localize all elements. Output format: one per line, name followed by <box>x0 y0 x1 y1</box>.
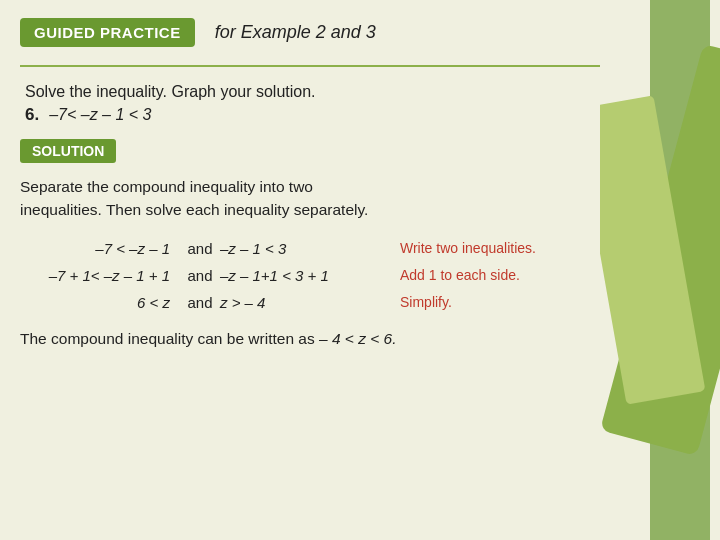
step1-right: –z – 1 < 3 <box>220 240 380 257</box>
step-row-2: –7 + 1< –z – 1 + 1 and –z – 1+1 < 3 + 1 … <box>20 267 600 284</box>
guided-practice-badge: GUIDED PRACTICE <box>20 18 195 47</box>
instruction-text: Solve the inequality. Graph your solutio… <box>25 83 600 101</box>
problem-number: 6. <box>25 105 39 125</box>
step2-comment: Add 1 to each side. <box>400 267 520 283</box>
step3-left: 6 < z <box>20 294 180 311</box>
problem-number-row: 6. –7< –z – 1 < 3 <box>25 105 600 125</box>
problem-equation: –7< –z – 1 < 3 <box>49 106 151 124</box>
main-content: GUIDED PRACTICE for Example 2 and 3 Solv… <box>0 0 620 540</box>
step3-right: z > – 4 <box>220 294 380 311</box>
conclusion-prefix: The compound inequality can be written a… <box>20 330 319 347</box>
step3-comment: Simplify. <box>400 294 452 310</box>
description-line1: Separate the compound inequality into tw… <box>20 178 313 195</box>
solution-description: Separate the compound inequality into tw… <box>20 175 600 222</box>
description-line2: inequalities. Then solve each inequality… <box>20 201 368 218</box>
step-row-3: 6 < z and z > – 4 Simplify. <box>20 294 600 311</box>
conclusion-equation: – 4 < z < 6. <box>319 330 397 347</box>
conclusion: The compound inequality can be written a… <box>20 327 600 350</box>
step1-and: and <box>180 240 220 257</box>
header-divider <box>20 65 600 67</box>
step1-comment: Write two inequalities. <box>400 240 536 256</box>
problem-section: Solve the inequality. Graph your solutio… <box>20 83 600 125</box>
header-row: GUIDED PRACTICE for Example 2 and 3 <box>20 18 600 47</box>
step2-left: –7 + 1< –z – 1 + 1 <box>20 267 180 284</box>
step-row-1: –7 < –z – 1 and –z – 1 < 3 Write two ine… <box>20 240 600 257</box>
step1-left: –7 < –z – 1 <box>20 240 180 257</box>
steps-section: –7 < –z – 1 and –z – 1 < 3 Write two ine… <box>20 240 600 311</box>
step2-and: and <box>180 267 220 284</box>
step3-and: and <box>180 294 220 311</box>
solution-badge: SOLUTION <box>20 139 116 163</box>
step2-right: –z – 1+1 < 3 + 1 <box>220 267 380 284</box>
header-title: for Example 2 and 3 <box>215 22 376 43</box>
